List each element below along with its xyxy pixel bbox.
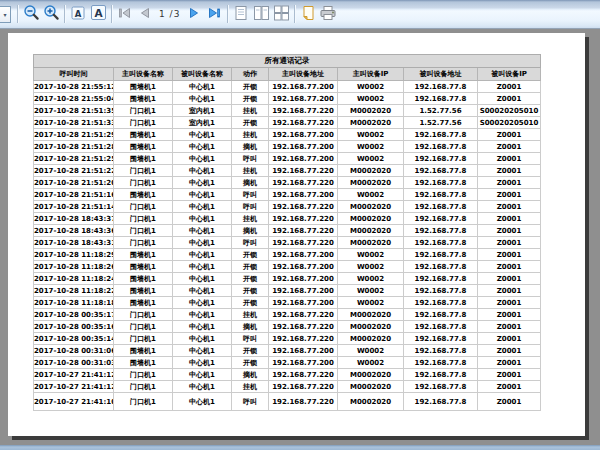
table-cell: 摘机 — [232, 177, 269, 189]
table-cell: 呼叫 — [232, 393, 269, 411]
table-cell: 192.168.77.8 — [404, 153, 478, 165]
table-cell: W0002 — [338, 129, 404, 141]
table-cell: 门口机1 — [114, 105, 173, 117]
print-button[interactable] — [318, 4, 338, 24]
table-cell: W0002 — [338, 249, 404, 261]
table-cell: 呼叫 — [232, 333, 269, 345]
table-row: 2017-10-28 00:31:03围墙机1中心机1开锁192.168.77.… — [34, 357, 541, 369]
col-header-action: 动作 — [232, 68, 269, 81]
table-row: 2017-10-28 21:51:25围墙机1中心机1呼叫192.168.77.… — [34, 153, 541, 165]
table-cell: 192.168.77.220 — [269, 105, 338, 117]
preview-area[interactable]: 所有通话记录 呼叫时间 主叫设备名称 被叫设备名称 动作 主叫设备地址 主叫设备… — [0, 30, 600, 445]
table-cell: 中心机1 — [173, 237, 232, 249]
page-setup-button[interactable] — [298, 4, 318, 24]
table-row: 2017-10-28 18:43:36门口机1中心机1摘机192.168.77.… — [34, 225, 541, 237]
svg-text:A: A — [94, 7, 103, 19]
table-cell: M0002020 — [338, 177, 404, 189]
next-page-icon — [186, 5, 202, 24]
zoom-in-button[interactable] — [41, 4, 61, 24]
table-cell: 192.168.77.220 — [269, 225, 338, 237]
prev-page-button[interactable] — [135, 4, 155, 24]
four-page-view-button[interactable] — [271, 4, 291, 24]
toolbar-separator — [64, 5, 65, 23]
first-page-button[interactable] — [115, 4, 135, 24]
table-cell: 门口机1 — [114, 177, 173, 189]
table-cell: 2017-10-28 11:18:26 — [34, 261, 114, 273]
page-setup-icon — [300, 5, 316, 24]
table-cell: 室内机1 — [173, 117, 232, 129]
table-row: 2017-10-28 21:51:20门口机1中心机1摘机192.168.77.… — [34, 177, 541, 189]
table-cell: 围墙机1 — [114, 285, 173, 297]
table-cell: 开锁 — [232, 117, 269, 129]
col-header-callee-ip: 被叫设备IP — [478, 68, 541, 81]
table-cell: 门口机1 — [114, 381, 173, 393]
table-cell: 中心机1 — [173, 261, 232, 273]
table-cell: 192.168.77.200 — [269, 273, 338, 285]
table-row: 2017-10-28 21:51:16围墙机1中心机1呼叫192.168.77.… — [34, 189, 541, 201]
table-cell: Z0001 — [478, 237, 541, 249]
table-cell: 192.168.77.8 — [404, 189, 478, 201]
single-page-view-button[interactable] — [231, 4, 251, 24]
table-cell: 2017-10-28 11:18:24 — [34, 273, 114, 285]
table-cell: M0002020 — [338, 369, 404, 381]
table-cell: W0002 — [338, 261, 404, 273]
four-page-icon — [273, 5, 290, 24]
table-cell: Z0001 — [478, 129, 541, 141]
table-cell: 围墙机1 — [114, 141, 173, 153]
table-cell: 挂机 — [232, 165, 269, 177]
call-records-table: 所有通话记录 呼叫时间 主叫设备名称 被叫设备名称 动作 主叫设备地址 主叫设备… — [33, 54, 541, 411]
two-page-icon — [253, 5, 270, 24]
table-cell: 围墙机1 — [114, 189, 173, 201]
table-cell: 192.168.77.200 — [269, 141, 338, 153]
table-cell: 门口机1 — [114, 321, 173, 333]
table-cell: 门口机1 — [114, 213, 173, 225]
table-cell: Z0001 — [478, 393, 541, 411]
table-cell: W0002 — [338, 189, 404, 201]
table-cell: 中心机1 — [173, 153, 232, 165]
table-cell: 2017-10-28 21:51:28 — [34, 141, 114, 153]
table-cell: 中心机1 — [173, 189, 232, 201]
table-cell: 开锁 — [232, 81, 269, 93]
table-cell: 192.168.77.8 — [404, 273, 478, 285]
font-smaller-button[interactable]: A — [68, 4, 88, 24]
table-cell: 2017-10-28 21:51:14 — [34, 201, 114, 213]
table-cell: 呼叫 — [232, 153, 269, 165]
table-row: 2017-10-28 00:35:17门口机1中心机1挂机192.168.77.… — [34, 309, 541, 321]
table-cell: 中心机1 — [173, 177, 232, 189]
table-cell: 192.168.77.200 — [269, 297, 338, 309]
table-cell: Z0001 — [478, 273, 541, 285]
table-cell: 192.168.77.200 — [269, 261, 338, 273]
table-row: 2017-10-28 21:51:14门口机1中心机1呼叫192.168.77.… — [34, 201, 541, 213]
table-cell: 2017-10-27 21:41:12 — [34, 369, 114, 381]
table-row: 2017-10-28 00:35:16门口机1中心机1摘机192.168.77.… — [34, 321, 541, 333]
table-cell: 2017-10-28 00:35:16 — [34, 321, 114, 333]
table-cell: M0002020 — [338, 225, 404, 237]
table-cell: 192.168.77.200 — [269, 81, 338, 93]
table-cell: W0002 — [338, 81, 404, 93]
page-indicator: 1 /3 — [155, 9, 184, 19]
next-page-button[interactable] — [184, 4, 204, 24]
zoom-out-button[interactable] — [21, 4, 41, 24]
table-cell: M0002020 — [338, 321, 404, 333]
table-cell: 摘机 — [232, 141, 269, 153]
table-cell: 192.168.77.8 — [404, 129, 478, 141]
font-larger-button[interactable]: A — [88, 4, 108, 24]
last-page-button[interactable] — [204, 4, 224, 24]
table-cell: M0002020 — [338, 213, 404, 225]
table-cell: 中心机1 — [173, 93, 232, 105]
table-cell: Z0001 — [478, 381, 541, 393]
table-cell: 开锁 — [232, 273, 269, 285]
two-page-view-button[interactable] — [251, 4, 271, 24]
zoom-level-dropdown[interactable]: ▾ — [0, 6, 11, 23]
status-bar — [0, 445, 600, 450]
table-cell: 192.168.77.220 — [269, 333, 338, 345]
table-cell: 192.168.77.220 — [269, 309, 338, 321]
table-cell: 192.168.77.8 — [404, 345, 478, 357]
table-cell: Z0001 — [478, 93, 541, 105]
table-cell: 2017-10-28 00:31:06 — [34, 345, 114, 357]
table-cell: 中心机1 — [173, 165, 232, 177]
table-cell: W0002 — [338, 141, 404, 153]
toolbar-separator — [294, 5, 295, 23]
table-cell: 中心机1 — [173, 309, 232, 321]
single-page-icon — [233, 5, 249, 24]
